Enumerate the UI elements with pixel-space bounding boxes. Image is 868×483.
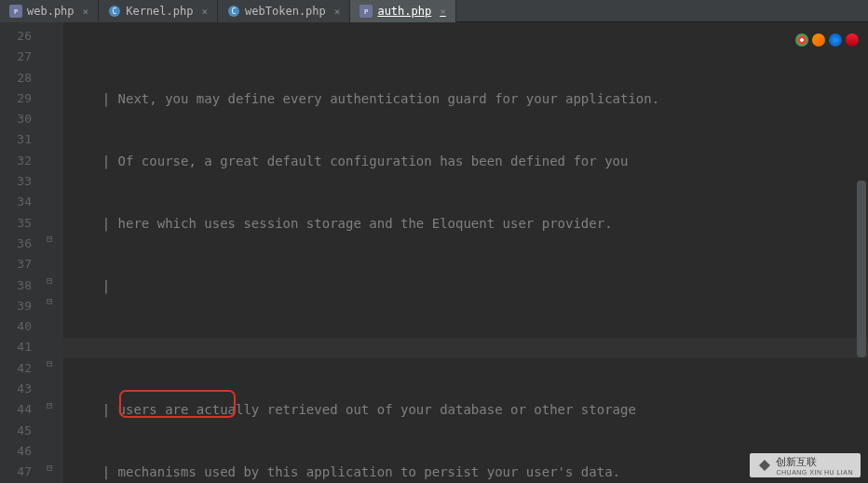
svg-text:P: P	[364, 8, 368, 16]
watermark-logo-icon	[757, 458, 772, 473]
class-file-icon: C	[227, 5, 240, 18]
line-number: 27	[0, 47, 32, 67]
code-comment: | Next, you may define every authenticat…	[71, 91, 659, 106]
line-number: 35	[0, 213, 32, 234]
line-number: 34	[0, 192, 32, 212]
scrollbar-thumb[interactable]	[857, 181, 866, 357]
php-file-icon: P	[359, 5, 373, 18]
code-comment: |	[71, 278, 110, 293]
php-file-icon: P	[9, 5, 22, 18]
watermark: 创新互联 CHUANG XIN HU LIAN	[750, 453, 861, 477]
code-comment: | here which uses session storage and th…	[71, 216, 613, 231]
current-line-highlight	[63, 338, 868, 358]
opera-icon[interactable]	[846, 34, 859, 47]
line-number: 45	[0, 421, 32, 441]
close-icon[interactable]: ×	[201, 6, 208, 18]
safari-icon[interactable]	[829, 34, 842, 47]
fold-marker-icon[interactable]: ⊟	[47, 463, 56, 473]
line-number: 31	[0, 129, 32, 150]
editor-tabs: P web.php × C Kernel.php × C webToken.ph…	[0, 0, 868, 22]
tab-label: Kernel.php	[126, 5, 193, 18]
code-editor[interactable]: 2627282930313233343536373839404142434445…	[0, 22, 868, 483]
line-number: 33	[0, 171, 32, 192]
line-number: 29	[0, 88, 32, 109]
line-number: 26	[0, 26, 32, 47]
firefox-icon[interactable]	[812, 34, 825, 47]
line-number: 36	[0, 234, 32, 254]
line-number-gutter: 2627282930313233343536373839404142434445…	[0, 22, 45, 483]
code-comment: | Of course, a great default configurati…	[71, 154, 628, 168]
tab-auth-php[interactable]: P auth.php ×	[350, 0, 455, 22]
line-number: 43	[0, 379, 32, 399]
fold-marker-icon[interactable]: ⊟	[47, 359, 56, 369]
fold-gutter: ⊟ ⊟ ⊟ ⊟ ⊟ ⊟	[45, 22, 63, 483]
code-comment: | users are actually retrieved out of yo…	[71, 402, 636, 417]
svg-text:P: P	[14, 8, 18, 16]
code-comment: | mechanisms used by this application to…	[71, 464, 620, 479]
line-number: 46	[0, 441, 32, 462]
line-number: 32	[0, 151, 32, 171]
browser-icons-toolbar	[795, 34, 859, 47]
fold-marker-icon[interactable]: ⊟	[47, 235, 56, 244]
line-number: 40	[0, 316, 32, 337]
line-number: 41	[0, 337, 32, 357]
tab-webtoken-php[interactable]: C webToken.php ×	[218, 0, 350, 22]
close-icon[interactable]: ×	[83, 6, 89, 18]
line-number: 47	[0, 462, 32, 482]
fold-marker-icon[interactable]: ⊟	[47, 401, 56, 410]
close-icon[interactable]: ×	[440, 6, 446, 18]
svg-text:C: C	[232, 7, 237, 16]
line-number: 30	[0, 109, 32, 129]
fold-marker-icon[interactable]: ⊟	[47, 276, 56, 286]
svg-text:C: C	[113, 7, 117, 16]
chrome-icon[interactable]	[795, 34, 808, 47]
tab-label: webToken.php	[245, 5, 326, 18]
close-icon[interactable]: ×	[334, 6, 341, 18]
watermark-text: 创新互联	[776, 455, 853, 469]
line-number: 42	[0, 358, 32, 379]
line-number: 37	[0, 254, 32, 275]
tab-label: auth.php	[377, 5, 431, 18]
fold-marker-icon[interactable]: ⊟	[47, 297, 56, 306]
class-file-icon: C	[108, 5, 121, 18]
tab-web-php[interactable]: P web.php ×	[0, 0, 99, 22]
tab-label: web.php	[27, 5, 75, 18]
line-number: 39	[0, 296, 32, 316]
line-number: 28	[0, 68, 32, 88]
line-number: 38	[0, 275, 32, 296]
code-area[interactable]: | Next, you may define every authenticat…	[63, 22, 868, 483]
watermark-subtext: CHUANG XIN HU LIAN	[776, 469, 853, 476]
tab-kernel-php[interactable]: C Kernel.php ×	[99, 0, 218, 22]
line-number: 44	[0, 399, 32, 420]
